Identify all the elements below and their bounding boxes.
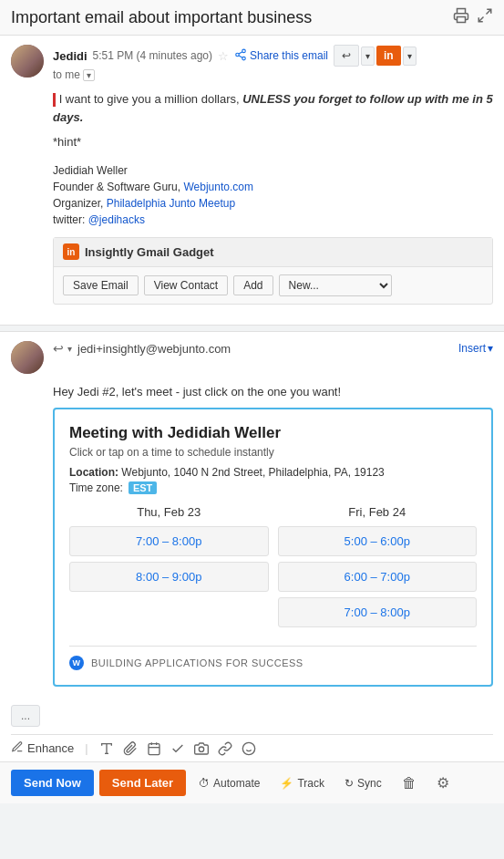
body-text: I want to give you a million dollars, UN…	[53, 92, 493, 124]
trash-button[interactable]: 🗑	[395, 771, 424, 795]
camera-icon[interactable]	[194, 741, 209, 756]
time-slot-fri-3[interactable]: 7:00 – 8:00p	[278, 597, 478, 627]
sender-time: 5:51 PM (4 minutes ago)	[93, 49, 212, 62]
track-button[interactable]: ⚡ Track	[273, 771, 332, 795]
automate-button[interactable]: ⏱ Automate	[191, 771, 267, 795]
link-icon[interactable]	[218, 741, 232, 756]
reply-sender-row: ↩ ▾ jedi+insightly@webjunto.com Insert ▾	[53, 341, 493, 356]
svg-point-15	[242, 742, 254, 754]
settings-button[interactable]: ⚙	[429, 771, 457, 795]
insightly-gadget: in Insightly Gmail Gadget Save Email Vie…	[53, 237, 493, 305]
time-slot-thu-2[interactable]: 8:00 – 9:00p	[69, 562, 269, 592]
day-header-fri: Fri, Feb 24	[278, 505, 478, 519]
expand-icon[interactable]	[477, 7, 493, 27]
meeting-footer: W BUILDING APPLICATIONS FOR SUCCESS	[69, 646, 477, 670]
save-email-button[interactable]: Save Email	[63, 275, 139, 295]
reply-greeting: Hey Jedi #2, let's meet - just click on …	[53, 385, 493, 398]
dots-button[interactable]: ...	[11, 705, 40, 727]
svg-point-5	[242, 57, 246, 60]
meeting-subtitle: Click or tap on a time to schedule insta…	[69, 446, 477, 459]
sig-company-link[interactable]: Webjunto.com	[183, 181, 252, 193]
svg-point-14	[199, 747, 203, 751]
calendar-icon[interactable]	[147, 741, 161, 756]
reply-icons: ↩ ▾	[53, 341, 72, 356]
send-now-button[interactable]: Send Now	[11, 770, 94, 796]
body-emphasis: UNLESS you forget to follow up with me i…	[53, 92, 493, 124]
hint-text: *hint*	[53, 133, 493, 151]
add-button[interactable]: Add	[233, 275, 273, 295]
svg-line-7	[239, 51, 242, 53]
emoji-icon[interactable]	[242, 741, 256, 756]
insightly-actions: Save Email View Contact Add New... New C…	[54, 267, 492, 304]
timezone-badge: EST	[129, 481, 157, 494]
sender-row: Jedidi 5:51 PM (4 minutes ago) ☆ Share t…	[0, 36, 504, 87]
share-email-link[interactable]: Share this email	[234, 48, 328, 64]
to-line: to me ▾	[53, 68, 493, 81]
sender-info: Jedidi 5:51 PM (4 minutes ago) ☆ Share t…	[53, 45, 493, 81]
insightly-logo-icon: in	[63, 243, 79, 260]
print-icon[interactable]	[453, 7, 469, 27]
footer-text: BUILDING APPLICATIONS FOR SUCCESS	[91, 657, 303, 668]
sync-button[interactable]: ↻ Sync	[337, 771, 389, 795]
pen-icon	[11, 740, 24, 756]
red-bar	[53, 93, 56, 106]
bottom-bar: Send Now Send Later ⏱ Automate ⚡ Track ↻…	[0, 761, 504, 803]
reply-button[interactable]: ↩	[334, 45, 359, 67]
email-header: Important email about important business	[0, 0, 504, 36]
new-dropdown[interactable]: New... New Contact New Lead New Opportun…	[279, 274, 392, 296]
reply-dropdown-button[interactable]: ▾	[67, 344, 72, 354]
reply-email: jedi+insightly@webjunto.com	[77, 342, 231, 356]
insightly-dropdown[interactable]: ▾	[403, 47, 417, 66]
view-contact-button[interactable]: View Contact	[144, 275, 228, 295]
sync-icon: ↻	[345, 777, 354, 790]
meeting-card: Meeting with Jedidiah Weller Click or ta…	[53, 408, 493, 687]
attachment-icon[interactable]	[123, 741, 138, 756]
time-slot-fri-2[interactable]: 6:00 – 7:00p	[278, 562, 478, 592]
day-header-thu: Thu, Feb 23	[69, 505, 269, 519]
star-icon[interactable]: ☆	[218, 49, 229, 63]
sender-line: Jedidi 5:51 PM (4 minutes ago) ☆ Share t…	[53, 45, 493, 67]
svg-line-2	[478, 17, 483, 22]
meeting-day-thu: Thu, Feb 23 7:00 – 8:00p 8:00 – 9:00p	[69, 505, 269, 633]
time-slot-thu-1[interactable]: 7:00 – 8:00p	[69, 526, 269, 556]
sig-org-link[interactable]: Philadelphia Junto Meetup	[107, 197, 235, 210]
avatar	[11, 45, 44, 78]
compose-section: ... Enhance |	[0, 696, 504, 761]
sig-title: Founder & Software Guru, Webjunto.com	[53, 179, 493, 195]
reply-icon-button[interactable]: ↩	[53, 341, 64, 356]
insightly-button[interactable]: in	[376, 46, 401, 66]
meeting-day-fri: Fri, Feb 24 5:00 – 6:00p 6:00 – 7:00p 7:…	[278, 505, 478, 633]
to-dropdown[interactable]: ▾	[83, 69, 95, 81]
reply-dropdown[interactable]: ▾	[361, 47, 375, 66]
clock-icon: ⏱	[199, 777, 210, 790]
reply-body: Hey Jedi #2, let's meet - just click on …	[0, 379, 504, 696]
action-buttons: ↩ ▾ in ▾	[334, 45, 417, 67]
meeting-title: Meeting with Jedidiah Weller	[69, 424, 477, 442]
email-body: I want to give you a million dollars, UN…	[0, 87, 504, 325]
insightly-header: in Insightly Gmail Gadget	[54, 238, 492, 268]
email-thread: Jedidi 5:51 PM (4 minutes ago) ☆ Share t…	[0, 36, 504, 325]
sig-twitter-link[interactable]: @jedihacks	[88, 213, 145, 226]
time-slot-fri-1[interactable]: 5:00 – 6:00p	[278, 526, 478, 556]
page-title: Important email about important business	[11, 8, 312, 27]
format-text-icon[interactable]	[99, 741, 114, 756]
gadget-title: Insightly Gmail Gadget	[85, 243, 214, 262]
trash-icon: 🗑	[402, 775, 417, 791]
footer-logo-icon: W	[69, 656, 84, 670]
meeting-timezone: Time zone: EST	[69, 481, 477, 494]
header-icons	[453, 7, 493, 27]
meeting-location: Location: Webjunto, 1040 N 2nd Street, P…	[69, 466, 477, 479]
insert-link[interactable]: Insert ▾	[458, 342, 493, 355]
enhance-button[interactable]: Enhance	[11, 740, 74, 756]
signature: Jedidiah Weller Founder & Software Guru,…	[53, 162, 493, 228]
share-icon	[234, 48, 247, 64]
send-later-button[interactable]: Send Later	[99, 770, 186, 796]
svg-line-1	[487, 9, 491, 14]
body-paragraph: I want to give you a million dollars, UN…	[53, 90, 493, 126]
sig-twitter: twitter: @jedihacks	[53, 212, 493, 228]
sender-name: Jedidi	[53, 49, 87, 63]
sig-org: Organizer, Philadelphia Junto Meetup	[53, 195, 493, 212]
check-icon[interactable]	[170, 741, 185, 756]
thread-divider	[0, 325, 504, 332]
svg-rect-0	[458, 17, 466, 23]
